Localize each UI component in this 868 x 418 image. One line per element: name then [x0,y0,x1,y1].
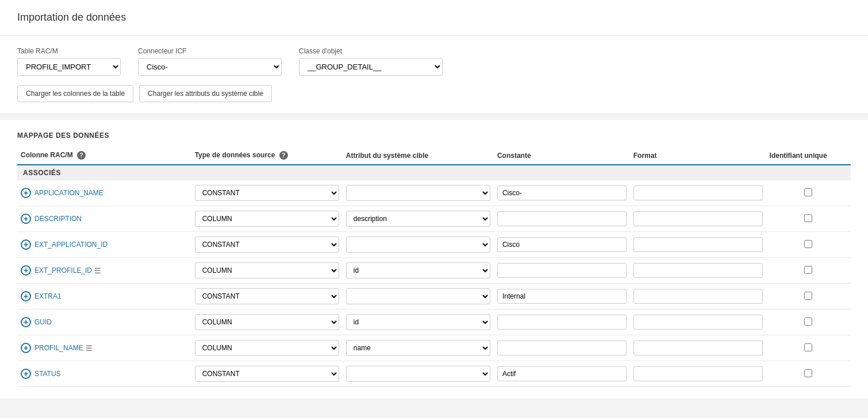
constant-input[interactable] [497,263,627,278]
attr-select[interactable]: id [346,314,490,330]
add-row-icon[interactable]: + [21,188,31,198]
table-racm-label: Table RAC/M [17,47,121,55]
form-row: Table RAC/M PROFILE_IMPORT Connecteur IC… [17,47,851,76]
unique-cell [766,335,851,361]
racm-cell: + EXTRA1 [17,284,191,309]
unique-checkbox[interactable] [804,266,812,274]
th-racm: Colonne RAC/M ? [17,146,191,165]
type-cell: CONSTANTCOLUMN [191,206,343,232]
connecteur-select[interactable]: Cisco- [138,58,282,76]
constant-input[interactable] [497,366,627,381]
type-cell: CONSTANTCOLUMN [191,258,343,284]
unique-checkbox[interactable] [804,318,812,326]
constant-input[interactable] [497,340,627,355]
constant-input[interactable] [497,289,627,304]
attr-cell [343,232,494,258]
format-cell [630,361,766,387]
table-row: + STATUS CONSTANTCOLUMN [17,361,851,387]
table-row: + EXTRA1 CONSTANTCOLUMN [17,284,851,309]
attr-select[interactable]: name [346,340,490,356]
unique-checkbox[interactable] [804,188,812,196]
add-row-icon[interactable]: + [21,239,31,250]
format-input[interactable] [633,289,763,304]
racm-name: APPLICATION_NAME [34,189,103,197]
type-cell: CONSTANTCOLUMN [191,232,343,258]
type-select[interactable]: CONSTANTCOLUMN [195,366,339,382]
table-row: + DESCRIPTION CONSTANTCOLUMNdescription [17,206,851,232]
type-help-icon[interactable]: ? [279,151,288,160]
racm-help-icon[interactable]: ? [77,151,86,160]
constant-input[interactable] [497,315,627,330]
format-input[interactable] [633,366,763,381]
add-row-icon[interactable]: + [21,265,31,276]
list-icon[interactable]: ☰ [94,266,101,275]
format-cell [630,180,766,206]
format-cell [630,206,766,232]
btn-row: Charger les colonnes de la table Charger… [17,85,851,102]
attr-select[interactable] [346,237,490,253]
attr-cell [343,180,494,206]
format-cell [630,284,766,309]
load-columns-button[interactable]: Charger les colonnes de la table [17,85,133,102]
attr-select[interactable]: description [346,211,490,227]
type-select[interactable]: CONSTANTCOLUMN [195,185,339,201]
format-input[interactable] [633,315,763,330]
classe-group: Classe d'objet __GROUP_DETAIL__ [299,47,443,76]
unique-checkbox[interactable] [804,214,812,222]
format-input[interactable] [633,185,763,200]
attr-select[interactable] [346,288,490,304]
add-row-icon[interactable]: + [21,369,31,379]
constant-cell [494,206,630,232]
add-row-icon[interactable]: + [21,291,31,301]
add-row-icon[interactable]: + [21,214,31,224]
constant-input[interactable] [497,237,627,252]
format-input[interactable] [633,237,763,252]
format-input[interactable] [633,211,763,226]
load-attributes-button[interactable]: Charger les attributs du système cible [139,85,272,102]
unique-cell [766,206,851,232]
group-header-row: ASSOCIÉS [17,165,851,180]
unique-checkbox[interactable] [804,240,812,248]
th-format: Format [630,146,766,165]
mapping-section: MAPPAGE DES DONNÉES Colonne RAC/M ? Type… [0,120,868,398]
constant-input[interactable] [497,211,627,226]
racm-cell: + EXT_APPLICATION_ID [17,232,191,258]
table-row: + EXT_PROFILE_ID ☰ CONSTANTCOLUMNid [17,258,851,284]
format-input[interactable] [633,263,763,278]
type-select[interactable]: CONSTANTCOLUMN [195,314,339,330]
type-select[interactable]: CONSTANTCOLUMN [195,211,339,227]
format-cell [630,309,766,335]
unique-checkbox[interactable] [804,292,812,300]
type-select[interactable]: CONSTANTCOLUMN [195,340,339,356]
type-cell: CONSTANTCOLUMN [191,335,343,361]
attr-select[interactable]: id [346,262,490,278]
type-select[interactable]: CONSTANTCOLUMN [195,262,339,278]
unique-cell [766,232,851,258]
type-select[interactable]: CONSTANTCOLUMN [195,237,339,253]
racm-name: STATUS [34,370,61,378]
add-row-icon[interactable]: + [21,343,31,353]
type-select[interactable]: CONSTANTCOLUMN [195,288,339,304]
attr-cell [343,284,494,309]
format-input[interactable] [633,340,763,355]
classe-select[interactable]: __GROUP_DETAIL__ [299,58,443,76]
constant-cell [494,180,630,206]
constant-cell [494,284,630,309]
type-cell: CONSTANTCOLUMN [191,309,343,335]
racm-name: PROFIL_NAME [34,344,83,352]
attr-cell [343,361,494,387]
constant-input[interactable] [497,185,627,200]
constant-cell [494,361,630,387]
attr-select[interactable] [346,366,490,382]
attr-select[interactable] [346,185,490,201]
unique-checkbox[interactable] [804,343,812,351]
unique-cell [766,361,851,387]
add-row-icon[interactable]: + [21,317,31,327]
table-row: + PROFIL_NAME ☰ CONSTANTCOLUMNname [17,335,851,361]
table-racm-select[interactable]: PROFILE_IMPORT [17,58,121,76]
list-icon[interactable]: ☰ [86,344,93,353]
unique-checkbox[interactable] [804,369,812,377]
mapping-section-title: MAPPAGE DES DONNÉES [17,131,851,140]
th-unique: Identifiant unique [766,146,851,165]
format-cell [630,335,766,361]
